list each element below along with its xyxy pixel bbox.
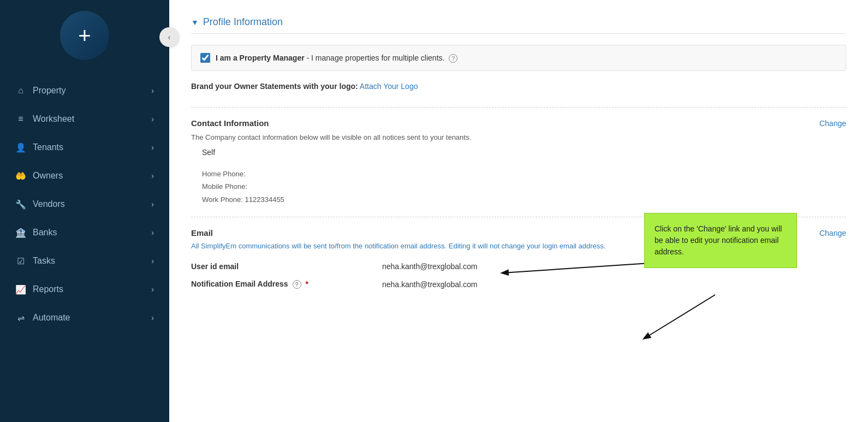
- worksheet-chevron-icon: ›: [151, 115, 154, 123]
- sidebar-item-property[interactable]: ⌂ Property ›: [0, 76, 169, 105]
- property-manager-strong: I am a Property Manager: [216, 54, 305, 62]
- contact-information-section: Contact Information Change The Company c…: [191, 118, 846, 206]
- property-manager-description: I manage properties for multiple clients…: [311, 54, 444, 62]
- sidebar-item-reports-label: Reports: [33, 284, 63, 294]
- section-divider-1: [191, 107, 846, 108]
- home-phone-label: Home Phone:: [202, 170, 246, 178]
- notification-email-value: neha.kanth@trexglobal.com: [382, 280, 478, 289]
- vendors-chevron-icon: ›: [151, 200, 154, 209]
- brand-logo-row: Brand your Owner Statements with your lo…: [191, 82, 846, 91]
- property-manager-checkbox[interactable]: [200, 53, 210, 63]
- email-section-title: Email: [191, 228, 213, 237]
- home-phone-row: Home Phone:: [202, 168, 846, 180]
- sidebar-item-property-left: ⌂ Property: [15, 85, 66, 96]
- sidebar-item-banks-label: Banks: [33, 228, 57, 237]
- sidebar-item-owners-left: 🤲 Owners: [15, 170, 63, 181]
- sidebar-item-tasks-label: Tasks: [33, 256, 55, 266]
- main-content: ▼ Profile Information I am a Property Ma…: [169, 0, 868, 422]
- property-manager-label: I am a Property Manager - I manage prope…: [216, 54, 457, 63]
- chevron-left-icon: ‹: [168, 33, 171, 41]
- work-phone-row: Work Phone: 1122334455: [202, 193, 846, 206]
- property-manager-row: I am a Property Manager - I manage prope…: [191, 45, 846, 71]
- contact-change-link[interactable]: Change: [819, 119, 846, 128]
- worksheet-icon: ≡: [15, 114, 26, 124]
- sidebar-item-automate-label: Automate: [33, 313, 70, 323]
- sidebar-item-vendors-left: 🔧 Vendors: [15, 199, 65, 210]
- property-chevron-icon: ›: [151, 86, 154, 95]
- vendors-icon: 🔧: [15, 199, 26, 210]
- home-icon: ⌂: [15, 85, 26, 96]
- reports-chevron-icon: ›: [151, 285, 154, 294]
- sidebar-item-tenants-left: 👤 Tenants: [15, 142, 63, 153]
- banks-icon: 🏦: [15, 227, 26, 238]
- sidebar-item-automate-left: ⇌ Automate: [15, 312, 70, 323]
- sidebar-item-worksheet-left: ≡ Worksheet: [15, 114, 74, 124]
- svg-line-1: [644, 295, 715, 338]
- sidebar-item-reports-left: 📈 Reports: [15, 284, 63, 295]
- automate-icon: ⇌: [15, 312, 26, 323]
- tooltip-text: Click on the 'Change' link and you will …: [655, 224, 782, 256]
- notification-email-required: *: [305, 280, 308, 288]
- notification-email-row: Notification Email Address ? * neha.kant…: [191, 275, 846, 293]
- banks-chevron-icon: ›: [151, 228, 154, 237]
- sidebar-item-tenants[interactable]: 👤 Tenants ›: [0, 133, 169, 162]
- work-phone-label: Work Phone:: [202, 195, 243, 204]
- contact-name: Self: [202, 148, 846, 157]
- sidebar-item-automate[interactable]: ⇌ Automate ›: [0, 304, 169, 332]
- sidebar-item-reports[interactable]: 📈 Reports ›: [0, 275, 169, 304]
- sidebar-item-banks-left: 🏦 Banks: [15, 227, 57, 238]
- sidebar-nav: ⌂ Property › ≡ Worksheet › 👤 Tenants › 🤲…: [0, 76, 169, 332]
- mobile-phone-row: Mobile Phone:: [202, 180, 846, 193]
- sidebar-item-tasks[interactable]: ☑ Tasks ›: [0, 247, 169, 275]
- sidebar-item-banks[interactable]: 🏦 Banks ›: [0, 218, 169, 247]
- sidebar-item-owners[interactable]: 🤲 Owners ›: [0, 162, 169, 190]
- sidebar: + ‹ ⌂ Property › ≡ Worksheet › 👤 Tenants…: [0, 0, 169, 422]
- sidebar-item-worksheet[interactable]: ≡ Worksheet ›: [0, 105, 169, 133]
- contact-description: The Company contact information below wi…: [191, 133, 846, 141]
- plus-icon: +: [78, 25, 91, 46]
- tooltip-box: Click on the 'Change' link and you will …: [644, 213, 797, 268]
- work-phone-value: 1122334455: [245, 195, 284, 204]
- owners-icon: 🤲: [15, 170, 26, 181]
- owners-chevron-icon: ›: [151, 171, 154, 180]
- sidebar-item-vendors[interactable]: 🔧 Vendors ›: [0, 190, 169, 218]
- mobile-phone-label: Mobile Phone:: [202, 182, 247, 191]
- tenants-icon: 👤: [15, 142, 26, 153]
- notification-email-help-icon[interactable]: ?: [293, 280, 301, 289]
- brand-logo-label: Brand your Owner Statements with your lo…: [191, 82, 358, 91]
- property-manager-help-icon[interactable]: ?: [449, 54, 457, 63]
- attach-logo-link[interactable]: Attach Your Logo: [360, 82, 418, 91]
- reports-icon: 📈: [15, 284, 26, 295]
- sidebar-collapse-button[interactable]: ‹: [159, 27, 179, 47]
- sidebar-item-property-label: Property: [33, 86, 66, 96]
- sidebar-item-owners-label: Owners: [33, 171, 63, 181]
- contact-info-title: Contact Information: [191, 118, 269, 128]
- tasks-icon: ☑: [15, 255, 26, 266]
- contact-phones: Home Phone: Mobile Phone: Work Phone: 11…: [202, 168, 846, 206]
- profile-section-header: ▼ Profile Information: [191, 16, 846, 34]
- tasks-chevron-icon: ›: [151, 257, 154, 265]
- tenants-chevron-icon: ›: [151, 143, 154, 152]
- notification-email-label: Notification Email Address: [191, 280, 288, 288]
- sidebar-item-vendors-label: Vendors: [33, 199, 65, 209]
- profile-information-link[interactable]: Profile Information: [203, 16, 283, 28]
- sidebar-item-worksheet-label: Worksheet: [33, 114, 74, 124]
- email-change-link[interactable]: Change: [819, 229, 846, 237]
- sidebar-logo-button[interactable]: +: [60, 11, 109, 60]
- user-id-email-key: User id email: [191, 262, 382, 271]
- contact-info-header: Contact Information Change: [191, 118, 846, 128]
- notification-email-key: Notification Email Address ? *: [191, 280, 382, 289]
- sidebar-item-tasks-left: ☑ Tasks: [15, 255, 55, 266]
- automate-chevron-icon: ›: [151, 313, 154, 322]
- sidebar-item-tenants-label: Tenants: [33, 142, 63, 152]
- triangle-icon: ▼: [191, 18, 199, 27]
- user-id-email-value: neha.kanth@trexglobal.com: [382, 262, 478, 271]
